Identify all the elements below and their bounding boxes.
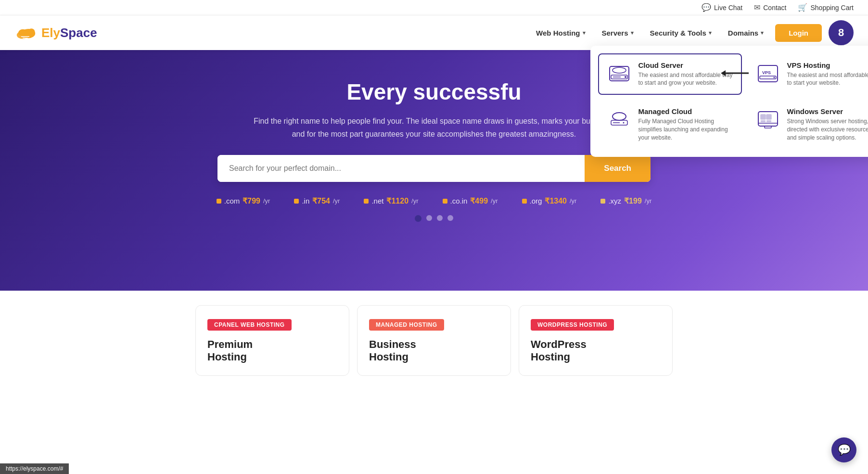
dot-org [522, 199, 527, 204]
domain-price-xyz: .xyz ₹199 /yr [600, 196, 651, 205]
svg-rect-27 [766, 120, 771, 122]
svg-rect-26 [761, 120, 766, 122]
domain-search-bar: Search [217, 155, 651, 182]
managed-cloud-text: Managed Cloud Fully Managed Cloud Hostin… [638, 107, 733, 141]
domain-price-org: .org ₹1340 /yr [522, 196, 577, 205]
domain-price-com: .com ₹799 /yr [217, 196, 270, 205]
svg-marker-16 [721, 70, 726, 76]
top-bar: 💬 Live Chat ✉ Contact 🛒 Shopping Cart [0, 0, 868, 15]
live-chat-link[interactable]: 💬 Live Chat [702, 3, 742, 12]
dropdown-item-windows-server[interactable]: Windows Server Strong Windows server hos… [747, 100, 868, 149]
managed-cloud-icon [607, 107, 632, 132]
chevron-down-icon: ▾ [631, 30, 634, 36]
logo[interactable]: ElySpace [14, 24, 97, 41]
card-title-premium: PremiumHosting [207, 338, 337, 364]
dot-net [364, 199, 369, 204]
svg-point-20 [623, 122, 624, 124]
svg-rect-24 [761, 115, 766, 119]
contact-link[interactable]: ✉ Contact [754, 3, 786, 12]
chevron-down-icon: ▾ [761, 30, 764, 36]
slider-dot-4[interactable] [447, 215, 453, 221]
dot-xyz [600, 199, 605, 204]
chevron-down-icon: ▾ [583, 30, 586, 36]
dot-in [294, 199, 299, 204]
contact-label: Contact [763, 4, 786, 12]
logo-icon [14, 24, 38, 41]
hosting-card-wordpress: WORDPRESS HOSTING WordPressHosting [519, 305, 673, 376]
dot-com [217, 199, 221, 204]
shopping-cart-label: Shopping Cart [810, 4, 854, 12]
slider-dots [14, 215, 854, 222]
windows-server-text: Windows Server Strong Windows server hos… [787, 107, 868, 141]
hosting-card-managed: MANAGED HOSTING BusinessHosting [357, 305, 511, 376]
domains-link[interactable]: Domains ▾ [721, 24, 770, 42]
chevron-down-icon: ▾ [709, 30, 712, 36]
domain-price-in: .in ₹754 /yr [294, 196, 340, 205]
live-chat-label: Live Chat [714, 4, 742, 12]
cloud-server-icon [607, 61, 632, 86]
badge-managed: MANAGED HOSTING [369, 319, 444, 331]
dot-coin [443, 199, 447, 204]
slider-dot-3[interactable] [437, 215, 443, 221]
navbar: ElySpace Web Hosting ▾ Servers ▾ [0, 15, 868, 50]
hero-body: Find the right name to help people find … [246, 115, 622, 141]
card-title-wordpress: WordPressHosting [531, 338, 661, 364]
svg-point-9 [625, 76, 626, 78]
dropdown-item-vps-hosting[interactable]: VPS VPS Hosting The easiest and most aff… [747, 53, 868, 95]
vps-hosting-text: VPS Hosting The easiest and most afforda… [787, 61, 868, 88]
domain-price-coin: .co.in ₹499 /yr [443, 196, 498, 205]
badge-wordpress: WORDPRESS HOSTING [531, 319, 614, 331]
hosting-card-cpanel: CPANEL WEB HOSTING PremiumHosting [195, 305, 349, 376]
svg-point-2 [18, 29, 27, 36]
chat-icon: 💬 [702, 3, 711, 12]
web-hosting-link[interactable]: Web Hosting ▾ [529, 24, 592, 42]
shopping-cart-link[interactable]: 🛒 Shopping Cart [798, 3, 854, 12]
domain-price-net: .net ₹1120 /yr [364, 196, 418, 205]
svg-rect-25 [766, 115, 771, 119]
servers-link[interactable]: Servers ▾ [595, 24, 640, 42]
security-link[interactable]: Security & Tools ▾ [643, 24, 718, 42]
nav-item-servers: Servers ▾ [595, 24, 640, 42]
hosting-cards-section: CPANEL WEB HOSTING PremiumHosting MANAGE… [0, 291, 868, 390]
windows-server-icon [755, 107, 780, 132]
svg-text:VPS: VPS [762, 70, 771, 75]
badge-cpanel: CPANEL WEB HOSTING [207, 319, 292, 331]
svg-point-17 [613, 113, 626, 120]
mail-icon: ✉ [754, 3, 760, 12]
user-avatar[interactable]: 8 [829, 20, 854, 45]
nav-item-web-hosting: Web Hosting ▾ [529, 24, 592, 42]
cloud-server-text: Cloud Server The easiest and most afford… [638, 61, 733, 88]
slider-dot-2[interactable] [426, 215, 432, 221]
svg-point-3 [28, 28, 35, 35]
svg-point-7 [613, 67, 626, 73]
slider-dot-1[interactable] [415, 215, 421, 222]
cart-icon: 🛒 [798, 3, 807, 12]
svg-rect-23 [765, 126, 771, 128]
nav-item-domains: Domains ▾ [721, 24, 770, 42]
card-title-business: BusinessHosting [369, 338, 499, 364]
logo-text: ElySpace [41, 26, 97, 40]
svg-point-14 [773, 77, 775, 78]
search-input[interactable] [217, 155, 585, 182]
domain-prices-list: .com ₹799 /yr .in ₹754 /yr .net ₹1120 /y… [14, 196, 854, 205]
servers-dropdown: Cloud Server The easiest and most afford… [590, 46, 868, 157]
nav-item-security: Security & Tools ▾ [643, 24, 718, 42]
dropdown-item-managed-cloud[interactable]: Managed Cloud Fully Managed Cloud Hostin… [598, 100, 742, 149]
search-button[interactable]: Search [585, 155, 651, 182]
nav-links: Web Hosting ▾ Servers ▾ [529, 24, 770, 42]
vps-hosting-icon: VPS [755, 61, 780, 86]
login-button[interactable]: Login [775, 24, 822, 42]
